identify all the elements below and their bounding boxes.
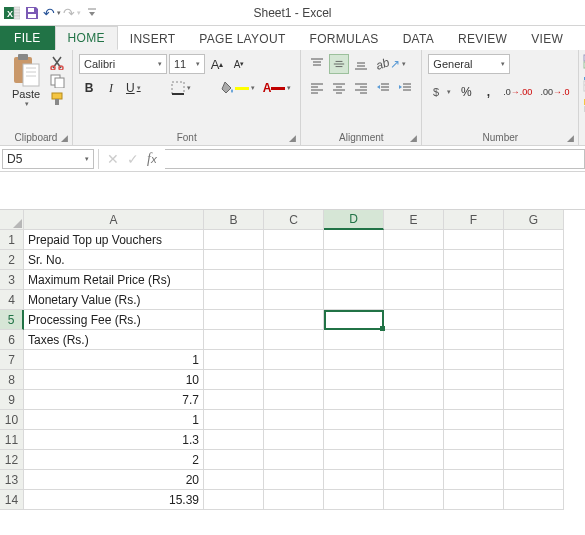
percent-format-icon[interactable]: %: [456, 82, 476, 102]
cell[interactable]: [324, 470, 384, 490]
cell[interactable]: [444, 310, 504, 330]
cell[interactable]: [204, 490, 264, 510]
decrease-indent-icon[interactable]: [373, 78, 393, 98]
cell[interactable]: Maximum Retail Price (Rs): [24, 270, 204, 290]
cell[interactable]: [504, 430, 564, 450]
cell[interactable]: [504, 230, 564, 250]
cell[interactable]: [264, 430, 324, 450]
cell[interactable]: [324, 490, 384, 510]
tab-review[interactable]: REVIEW: [446, 28, 519, 50]
cell[interactable]: [444, 490, 504, 510]
tab-file[interactable]: FILE: [0, 26, 55, 50]
cell[interactable]: [444, 370, 504, 390]
cell[interactable]: [384, 230, 444, 250]
row-header[interactable]: 12: [0, 450, 24, 470]
cell[interactable]: [324, 450, 384, 470]
cell[interactable]: [324, 330, 384, 350]
cell[interactable]: [264, 490, 324, 510]
orientation-icon[interactable]: ab↗▾: [373, 54, 408, 74]
row-header[interactable]: 6: [0, 330, 24, 350]
cell[interactable]: [504, 450, 564, 470]
cell[interactable]: [264, 390, 324, 410]
align-center-icon[interactable]: [329, 78, 349, 98]
font-size-combo[interactable]: 11▾: [169, 54, 205, 74]
row-header[interactable]: 4: [0, 290, 24, 310]
cell[interactable]: 10: [24, 370, 204, 390]
cell[interactable]: [204, 370, 264, 390]
copy-icon[interactable]: [50, 74, 66, 88]
cell[interactable]: [504, 250, 564, 270]
bold-button[interactable]: B: [79, 78, 99, 98]
cell[interactable]: [384, 390, 444, 410]
underline-button[interactable]: U▾: [123, 78, 144, 98]
cell[interactable]: [324, 390, 384, 410]
cell[interactable]: 7.7: [24, 390, 204, 410]
cell[interactable]: [384, 310, 444, 330]
row-header[interactable]: 5: [0, 310, 24, 330]
column-header[interactable]: C: [264, 210, 324, 230]
row-header[interactable]: 8: [0, 370, 24, 390]
cell[interactable]: [204, 270, 264, 290]
cell[interactable]: [384, 370, 444, 390]
paste-dropdown-icon[interactable]: ▾: [25, 100, 29, 108]
cell[interactable]: [264, 410, 324, 430]
cell[interactable]: Processing Fee (Rs.): [24, 310, 204, 330]
cell[interactable]: [264, 310, 324, 330]
cell[interactable]: [384, 290, 444, 310]
alignment-launcher-icon[interactable]: ◢: [410, 133, 417, 143]
cell[interactable]: [204, 430, 264, 450]
cell[interactable]: [324, 230, 384, 250]
format-painter-icon[interactable]: [50, 92, 66, 106]
cell[interactable]: [384, 450, 444, 470]
cell[interactable]: [324, 350, 384, 370]
column-header[interactable]: E: [384, 210, 444, 230]
cell[interactable]: [444, 270, 504, 290]
cell[interactable]: [264, 330, 324, 350]
cell[interactable]: [504, 470, 564, 490]
cell[interactable]: [324, 430, 384, 450]
cell[interactable]: [504, 350, 564, 370]
column-header[interactable]: A: [24, 210, 204, 230]
cell[interactable]: [204, 290, 264, 310]
tab-formulas[interactable]: FORMULAS: [298, 28, 391, 50]
row-header[interactable]: 1: [0, 230, 24, 250]
cell[interactable]: 1: [24, 350, 204, 370]
cell[interactable]: [504, 290, 564, 310]
clipboard-launcher-icon[interactable]: ◢: [61, 133, 68, 143]
cell[interactable]: 2: [24, 450, 204, 470]
cell[interactable]: 20: [24, 470, 204, 490]
cell[interactable]: [444, 450, 504, 470]
font-color-button[interactable]: A▾: [260, 78, 295, 98]
redo-icon[interactable]: ↷▾: [64, 5, 80, 21]
cell[interactable]: [264, 270, 324, 290]
row-header[interactable]: 13: [0, 470, 24, 490]
name-box[interactable]: D5▾: [2, 149, 94, 169]
align-left-icon[interactable]: [307, 78, 327, 98]
cell[interactable]: [444, 390, 504, 410]
align-middle-icon[interactable]: [329, 54, 349, 74]
cell[interactable]: [264, 370, 324, 390]
comma-format-icon[interactable]: ,: [478, 82, 498, 102]
cell[interactable]: [504, 370, 564, 390]
cell[interactable]: Prepaid Top up Vouchers: [24, 230, 204, 250]
cell[interactable]: [264, 470, 324, 490]
cell[interactable]: [384, 250, 444, 270]
row-header[interactable]: 2: [0, 250, 24, 270]
cell[interactable]: [204, 470, 264, 490]
tab-home[interactable]: HOME: [55, 26, 118, 50]
cell[interactable]: 1: [24, 410, 204, 430]
cut-icon[interactable]: [50, 56, 66, 70]
cell[interactable]: [324, 310, 384, 330]
cell[interactable]: [204, 450, 264, 470]
column-header[interactable]: B: [204, 210, 264, 230]
fill-color-button[interactable]: ▾: [218, 78, 258, 98]
cell[interactable]: Monetary Value (Rs.): [24, 290, 204, 310]
cell[interactable]: [384, 350, 444, 370]
increase-indent-icon[interactable]: [395, 78, 415, 98]
formula-input[interactable]: [165, 149, 585, 169]
number-launcher-icon[interactable]: ◢: [567, 133, 574, 143]
align-right-icon[interactable]: [351, 78, 371, 98]
cell[interactable]: [204, 390, 264, 410]
tab-data[interactable]: DATA: [391, 28, 446, 50]
row-header[interactable]: 7: [0, 350, 24, 370]
